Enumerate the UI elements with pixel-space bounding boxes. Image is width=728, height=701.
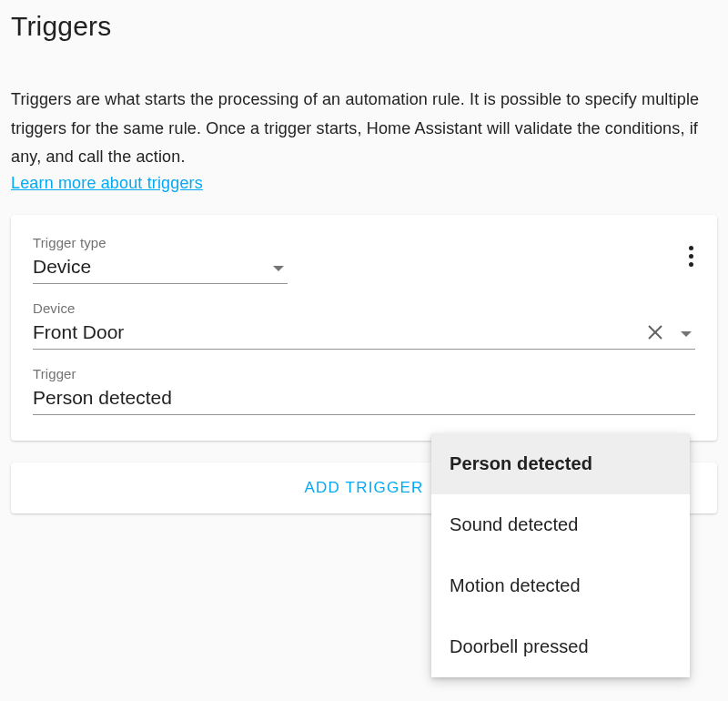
device-field: Device Front Door: [33, 300, 695, 350]
device-select[interactable]: Front Door: [33, 320, 695, 350]
trigger-field: Trigger Person detected: [33, 366, 695, 415]
trigger-type-value: Device: [33, 254, 288, 283]
dropdown-option[interactable]: Person detected: [431, 433, 690, 494]
intro-text: Triggers are what starts the processing …: [11, 64, 717, 174]
close-icon[interactable]: [646, 323, 664, 347]
trigger-dropdown-menu: Person detected Sound detected Motion de…: [431, 433, 690, 677]
device-label: Device: [33, 300, 695, 316]
chevron-down-icon: [273, 266, 284, 271]
device-value: Front Door: [33, 320, 695, 349]
learn-more-link[interactable]: Learn more about triggers: [11, 174, 203, 193]
trigger-select[interactable]: Person detected: [33, 385, 695, 415]
trigger-card: Trigger type Device Device Front Door Tr…: [11, 215, 717, 441]
trigger-type-select[interactable]: Device: [33, 254, 288, 284]
overflow-menu-button[interactable]: [685, 242, 697, 270]
dropdown-option[interactable]: Sound detected: [431, 494, 690, 555]
dropdown-option[interactable]: Motion detected: [431, 555, 690, 616]
trigger-type-field: Trigger type Device: [33, 235, 695, 284]
page-title: Triggers: [11, 0, 717, 64]
trigger-type-label: Trigger type: [33, 235, 695, 250]
trigger-value: Person detected: [33, 385, 695, 414]
chevron-down-icon: [681, 331, 692, 337]
dropdown-option[interactable]: Doorbell pressed: [431, 616, 690, 677]
trigger-label: Trigger: [33, 366, 695, 381]
